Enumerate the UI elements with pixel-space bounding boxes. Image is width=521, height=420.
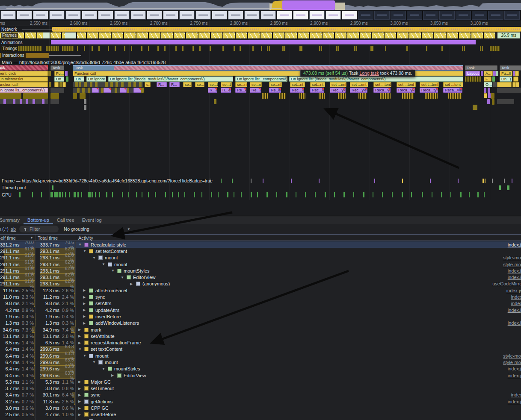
activity-name[interactable]: setTimeout bbox=[91, 386, 114, 391]
tree-toggle-icon[interactable]: ▼ bbox=[102, 367, 106, 371]
flame-event[interactable] bbox=[497, 82, 512, 87]
micro-tick[interactable] bbox=[77, 88, 80, 93]
table-row[interactable]: 291.1 ms61.6 %293.1 ms62.0 %▼EditorViewi… bbox=[0, 274, 521, 280]
tree-toggle-icon[interactable]: ▶ bbox=[78, 341, 83, 345]
source-link[interactable]: style-mod bbox=[503, 360, 521, 365]
set-textcontent-block[interactable]: s...t bbox=[145, 82, 151, 87]
tree-toggle-icon[interactable]: ▶ bbox=[111, 373, 115, 377]
flame-event[interactable]: On ignore list...components\/) bbox=[235, 76, 287, 82]
tree-toggle-icon[interactable]: ▶ bbox=[78, 380, 83, 384]
set-textcontent-block[interactable]: set ...tent bbox=[443, 82, 463, 87]
micro-tick[interactable] bbox=[3, 99, 6, 104]
table-row[interactable]: 291.1 ms61.6 %293.1 ms62.0 %▼set textCon… bbox=[0, 248, 521, 254]
recalculate-style-block[interactable]: Reca...tyle bbox=[420, 88, 438, 93]
recalculate-style-block[interactable]: Reca...yle bbox=[443, 88, 462, 93]
filter-input[interactable]: Filter bbox=[19, 226, 59, 232]
micro-tick[interactable] bbox=[115, 82, 118, 87]
flame-event[interactable]: Fu...ll bbox=[54, 71, 64, 76]
flame-event[interactable]: On...) bbox=[500, 76, 512, 82]
flame-event[interactable] bbox=[23, 93, 48, 99]
micro-tick[interactable] bbox=[20, 99, 22, 104]
micro-tick[interactable] bbox=[128, 82, 131, 87]
set-textcontent-block[interactable]: set ...ent bbox=[330, 82, 346, 87]
source-link[interactable]: index.js: bbox=[506, 288, 521, 293]
flame-event[interactable]: On ignore list (\/node_modules\/|\/bower… bbox=[108, 76, 233, 82]
activity-name[interactable]: setAttrs bbox=[95, 301, 111, 306]
micro-tick[interactable] bbox=[105, 82, 108, 87]
tree-toggle-icon[interactable]: ▶ bbox=[78, 413, 83, 417]
activity-name[interactable]: attrsFromFacet bbox=[95, 288, 127, 293]
activity-name[interactable]: Major GC bbox=[91, 379, 111, 385]
tick-cluster[interactable] bbox=[425, 93, 438, 99]
recalculate-style-block[interactable]: Re...e bbox=[235, 88, 246, 93]
tab-call-tree[interactable]: Call tree bbox=[53, 216, 78, 224]
flame-event[interactable] bbox=[120, 88, 127, 93]
tree-toggle-icon[interactable]: ▼ bbox=[83, 249, 87, 253]
tab-summary[interactable]: Summary bbox=[0, 216, 24, 224]
micro-tick[interactable] bbox=[79, 82, 81, 87]
table-row[interactable]: 3.0 ms0.6 %3.0 ms0.6 %▶CPP GC bbox=[0, 405, 521, 411]
set-textcontent-block[interactable]: set t...tent bbox=[420, 82, 439, 87]
tree-toggle-icon[interactable]: ▶ bbox=[78, 334, 83, 338]
flame-event[interactable] bbox=[104, 88, 111, 93]
flame-event[interactable]: Run microtasks bbox=[0, 76, 48, 82]
tick-cluster[interactable] bbox=[319, 93, 325, 99]
activity-name[interactable]: sync bbox=[91, 392, 101, 397]
tree-toggle-icon[interactable]: ▼ bbox=[111, 269, 115, 273]
flame-event[interactable] bbox=[516, 82, 519, 87]
set-textcontent-block[interactable]: se...nt bbox=[235, 82, 247, 87]
set-textcontent-block[interactable]: se...t bbox=[221, 82, 232, 87]
table-row[interactable]: 291.1 ms61.6 %293.1 ms62.0 %▼mountstyle-… bbox=[0, 261, 521, 267]
micro-tick[interactable] bbox=[133, 82, 136, 87]
activity-name[interactable]: Recalculate style bbox=[91, 242, 126, 247]
activity-name[interactable]: getActions bbox=[91, 399, 112, 404]
source-link[interactable]: index.js bbox=[508, 373, 521, 378]
flame-event[interactable] bbox=[133, 88, 141, 93]
flame-event[interactable]: On ignore ...onents\/) bbox=[86, 76, 106, 82]
flame-event[interactable] bbox=[492, 76, 495, 82]
activity-name[interactable]: (anonymous) bbox=[142, 281, 170, 286]
flame-event[interactable] bbox=[50, 99, 59, 104]
flame-event[interactable]: F...l bbox=[484, 76, 491, 82]
frame-track-label[interactable]: Frame — https://id-preview--bd53fd9d-728… bbox=[2, 178, 213, 183]
flame-event[interactable] bbox=[493, 82, 497, 87]
activity-name[interactable]: mark bbox=[91, 327, 101, 332]
micro-tick[interactable] bbox=[141, 88, 144, 93]
flame-event[interactable] bbox=[491, 93, 494, 99]
activity-name[interactable]: sync bbox=[95, 294, 105, 300]
flame-event[interactable] bbox=[515, 71, 519, 76]
flame-event[interactable]: Task bbox=[500, 65, 521, 70]
set-textcontent-block[interactable]: set ...ent bbox=[350, 82, 368, 87]
flame-event[interactable] bbox=[475, 105, 477, 110]
activity-name[interactable]: requestAnimationFrame bbox=[91, 340, 141, 345]
tab-event-log[interactable]: Event log bbox=[78, 216, 106, 224]
source-link[interactable]: index.js bbox=[508, 366, 521, 371]
activity-name[interactable]: CPP GC bbox=[91, 405, 109, 411]
table-row[interactable]: 291.1 ms61.6 %293.1 ms62.0 %▶(anonymous)… bbox=[0, 281, 521, 287]
table-row[interactable]: 1.3 ms0.3 %1.3 ms0.3 %▶addWindowListener… bbox=[0, 320, 521, 326]
tree-toggle-icon[interactable]: ▶ bbox=[83, 302, 87, 305]
flame-event[interactable] bbox=[73, 93, 77, 99]
flame-event[interactable] bbox=[492, 99, 494, 105]
table-row[interactable]: 6.5 ms1.4 %6.5 ms1.4 %▶requestAnimationF… bbox=[0, 339, 521, 346]
table-row[interactable]: 6.4 ms1.4 %299.6 ms63.3 %▼set textConten… bbox=[0, 346, 521, 352]
flame-event[interactable] bbox=[512, 82, 516, 87]
table-row[interactable]: 5.3 ms1.1 %5.3 ms1.1 %▶Major GC bbox=[0, 379, 521, 385]
flame-event[interactable]: On ignore lis...omponents\/) bbox=[0, 88, 48, 93]
activity-name[interactable]: EditorView bbox=[133, 275, 155, 280]
flame-event[interactable] bbox=[50, 93, 59, 99]
flame-event[interactable] bbox=[488, 93, 491, 98]
flame-event[interactable] bbox=[50, 88, 64, 93]
chevron-down-icon[interactable]: ▼ bbox=[127, 227, 130, 231]
activity-name[interactable]: EditorView bbox=[124, 373, 146, 378]
flame-event[interactable] bbox=[481, 71, 483, 76]
tick-cluster[interactable] bbox=[338, 93, 346, 99]
micro-tick[interactable] bbox=[121, 82, 124, 87]
set-textcontent-block[interactable]: se...t bbox=[195, 82, 204, 87]
match-word-icon[interactable]: ab bbox=[11, 226, 16, 232]
tick-cluster[interactable] bbox=[380, 93, 391, 99]
flame-event[interactable] bbox=[513, 76, 518, 82]
match-case-icon[interactable]: a bbox=[0, 226, 1, 232]
source-link[interactable]: index. bbox=[511, 301, 521, 306]
set-textcontent-block[interactable]: se...nt bbox=[250, 82, 262, 87]
